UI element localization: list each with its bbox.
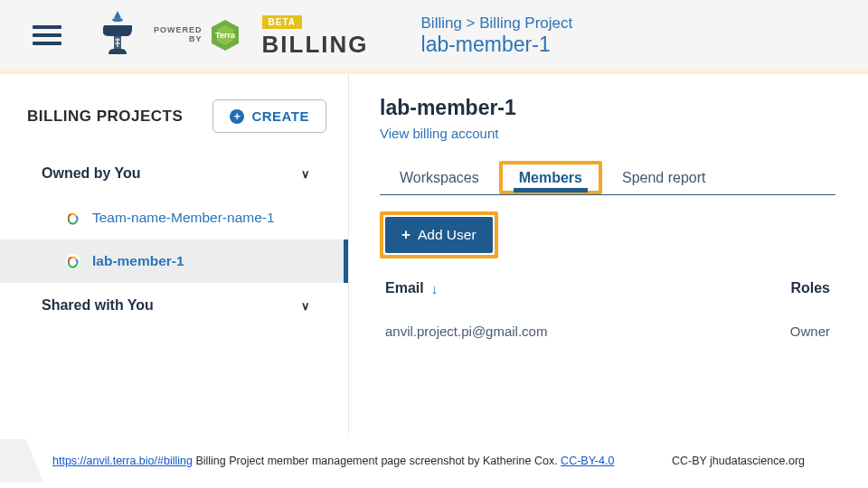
page-title: BILLING: [262, 31, 369, 59]
chevron-down-icon: ∨: [301, 299, 310, 313]
sidebar-item-label: Team-name-Member-name-1: [92, 210, 275, 226]
billing-title-block: BETA BILLING: [262, 13, 369, 59]
tab-members[interactable]: Members: [499, 161, 602, 194]
project-title: lab-member-1: [380, 96, 835, 120]
content-panel: lab-member-1 View billing account Worksp…: [349, 74, 868, 434]
sidebar-group-shared[interactable]: Shared with You ∨: [0, 283, 348, 328]
add-user-highlight: + Add User: [380, 211, 498, 258]
sidebar-item-label: lab-member-1: [92, 253, 184, 269]
tab-workspaces[interactable]: Workspaces: [380, 161, 499, 194]
sidebar-group-owned[interactable]: Owned by You ∨: [0, 151, 348, 196]
sidebar-project-item[interactable]: lab-member-1: [0, 239, 348, 283]
breadcrumb[interactable]: Billing > Billing Project: [421, 14, 573, 33]
add-user-button[interactable]: + Add User: [385, 217, 493, 253]
add-user-label: Add User: [418, 227, 476, 243]
corner-decoration-icon: [0, 439, 43, 483]
breadcrumb-block: Billing > Billing Project lab-member-1: [421, 14, 573, 57]
header-project-name: lab-member-1: [421, 33, 573, 57]
create-button[interactable]: + CREATE: [212, 99, 326, 133]
google-cloud-icon: [65, 253, 81, 269]
cell-email: anvil.project.pi@gmail.com: [385, 324, 547, 339]
view-billing-account-link[interactable]: View billing account: [380, 126, 498, 141]
cell-role: Owner: [790, 324, 830, 339]
sort-down-icon: ↓: [431, 281, 439, 296]
beta-badge: BETA: [262, 15, 302, 29]
tab-bar: Workspaces Members Spend report: [380, 161, 835, 195]
anvil-logo-icon: [98, 9, 137, 61]
sidebar-project-item[interactable]: Team-name-Member-name-1: [0, 196, 348, 239]
footer-license-link[interactable]: CC-BY-4.0: [561, 455, 614, 467]
footer-attribution: CC-BY jhudatascience.org: [672, 455, 805, 467]
svg-text:Terra: Terra: [215, 31, 236, 40]
sidebar: BILLING PROJECTS + CREATE Owned by You ∨…: [0, 74, 349, 434]
column-header-roles[interactable]: Roles: [790, 280, 830, 296]
members-table: Email ↓ Roles anvil.project.pi@gmail.com…: [380, 280, 835, 357]
terra-logo-icon: Terra: [208, 18, 242, 52]
footer-url-link[interactable]: https://anvil.terra.bio/#billing: [52, 455, 193, 467]
app-header: POWERED BY Terra BETA BILLING Billing > …: [0, 0, 868, 74]
footer-caption: https://anvil.terra.bio/#billing Billing…: [0, 434, 868, 488]
chevron-down-icon: ∨: [301, 167, 310, 181]
tab-spend-report[interactable]: Spend report: [602, 161, 726, 194]
plus-icon: +: [401, 226, 410, 244]
hamburger-menu-icon[interactable]: [33, 21, 61, 50]
svg-point-0: [112, 18, 123, 22]
create-button-label: CREATE: [251, 108, 309, 124]
column-header-email[interactable]: Email ↓: [385, 280, 438, 296]
sidebar-group-label: Owned by You: [42, 165, 141, 182]
plus-circle-icon: +: [230, 109, 244, 124]
sidebar-group-label: Shared with You: [42, 297, 154, 314]
table-row: anvil.project.pi@gmail.com Owner: [380, 305, 835, 357]
google-cloud-icon: [65, 210, 81, 226]
powered-by-label: POWERED BY: [154, 26, 203, 44]
sidebar-title: BILLING PROJECTS: [27, 108, 183, 126]
